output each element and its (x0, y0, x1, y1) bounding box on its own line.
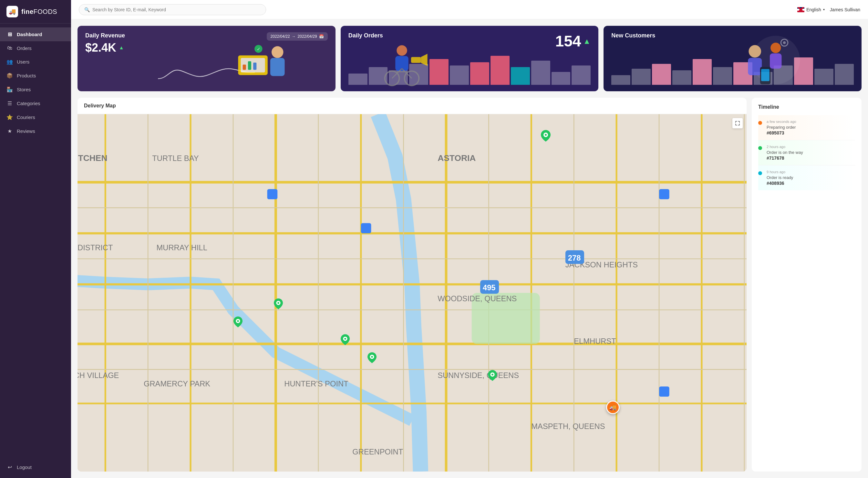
svg-rect-80 (659, 386, 670, 397)
language-selector[interactable]: English ▾ (797, 7, 825, 12)
svg-point-86 (237, 320, 239, 322)
timeline-item-0: a few seconds ago Preparing order #69507… (758, 115, 855, 140)
dashboard-icon: ⊞ (6, 31, 13, 37)
svg-point-26 (783, 41, 786, 44)
search-bar[interactable]: 🔍 (79, 4, 266, 15)
svg-text:MASPETH, QUEENS: MASPETH, QUEENS (531, 422, 605, 431)
language-label: English (806, 7, 821, 12)
map-pin-1 (541, 130, 551, 143)
users-icon: 👥 (6, 59, 13, 65)
svg-text:HUNTER'S POINT: HUNTER'S POINT (284, 380, 348, 388)
timeline-content-0: a few seconds ago Preparing order #69507… (767, 120, 855, 135)
svg-text:WOODSIDE, QUEENS: WOODSIDE, QUEENS (438, 295, 517, 303)
sidebar-logo: 🚚 fineFOODS (0, 0, 71, 24)
main-area: 🔍 English ▾ James Sullivan Daily Revenue (71, 0, 868, 478)
sidebar-item-label: Orders (17, 45, 32, 51)
svg-text:GARMENT DISTRICT: GARMENT DISTRICT (78, 243, 113, 252)
logout-icon: ↩ (6, 464, 13, 470)
search-input[interactable] (92, 7, 260, 12)
timeline-item-1: 2 hours ago Order is on the way #717678 (758, 140, 855, 166)
categories-icon: ☰ (6, 100, 13, 106)
bar (531, 61, 550, 85)
sidebar-item-logout[interactable]: ↩ Logout (0, 460, 71, 474)
map-pin-3 (234, 316, 243, 329)
sidebar-item-label: Couriers (17, 114, 35, 120)
svg-point-21 (771, 43, 781, 53)
svg-rect-77 (268, 189, 278, 199)
svg-rect-22 (770, 54, 782, 69)
svg-point-84 (277, 302, 279, 304)
calendar-icon: 📅 (319, 34, 324, 39)
timeline-dot-1 (758, 146, 762, 150)
timeline-title: Timeline (758, 104, 855, 110)
svg-rect-5 (248, 61, 251, 70)
sidebar-item-users[interactable]: 👥 Users (0, 55, 71, 69)
timeline-text-1: Order is on the way (767, 150, 855, 155)
daily-revenue-card: Daily Revenue $2.4K ▲ 2022/04/22 → 2022/… (78, 26, 336, 91)
svg-rect-6 (253, 63, 257, 70)
timeline-order-2: #408936 (767, 181, 855, 186)
stats-row: Daily Revenue $2.4K ▲ 2022/04/22 → 2022/… (78, 26, 862, 91)
header: 🔍 English ▾ James Sullivan (71, 0, 868, 19)
date-from: 2022/04/22 (271, 34, 290, 39)
sidebar-item-label: Users (17, 59, 29, 65)
svg-text:HELL'S KITCHEN: HELL'S KITCHEN (78, 153, 107, 163)
delivery-map-card: Delivery Map (78, 98, 747, 472)
map-pin-4 (341, 334, 350, 346)
customers-illustration (655, 32, 862, 91)
bar (511, 67, 530, 85)
sidebar: 🚚 fineFOODS ⊞ Dashboard 🛍 Orders 👥 Users… (0, 0, 71, 478)
orders-title: Daily Orders (348, 32, 383, 39)
svg-marker-17 (421, 54, 427, 66)
svg-text:TURTLE BAY: TURTLE BAY (152, 154, 198, 163)
sidebar-item-dashboard[interactable]: ⊞ Dashboard (0, 27, 71, 41)
svg-text:MURRAY HILL: MURRAY HILL (157, 243, 207, 252)
map-pin-6 (488, 370, 497, 382)
couriers-icon: ⭐ (6, 114, 13, 120)
sidebar-item-label: Products (17, 73, 36, 78)
reviews-icon: ★ (6, 128, 13, 134)
chevron-down-icon: ▾ (823, 8, 825, 11)
svg-text:GREENPOINT: GREENPOINT (352, 448, 403, 456)
svg-text:GRAMERCY PARK: GRAMERCY PARK (144, 380, 210, 388)
bottom-row: Delivery Map (78, 98, 862, 472)
orders-trend-icon: ▲ (583, 37, 591, 46)
svg-rect-24 (761, 69, 770, 81)
bar (611, 75, 630, 85)
revenue-illustration: ✓ (193, 39, 335, 91)
content-area: Daily Revenue $2.4K ▲ 2022/04/22 → 2022/… (71, 19, 868, 478)
timeline-content-1: 2 hours ago Order is on the way #717678 (767, 145, 855, 161)
bar (470, 62, 489, 85)
sidebar-item-products[interactable]: 📦 Products (0, 69, 71, 82)
svg-point-90 (371, 356, 373, 358)
sidebar-item-categories[interactable]: ☰ Categories (0, 96, 71, 110)
sidebar-item-label: Stores (17, 87, 31, 92)
revenue-trend-icon: ▲ (119, 45, 124, 50)
svg-rect-79 (659, 189, 670, 199)
bar (631, 69, 651, 85)
svg-rect-1 (270, 58, 285, 76)
svg-text:ASTORIA: ASTORIA (438, 153, 476, 163)
sidebar-item-couriers[interactable]: ⭐ Couriers (0, 110, 71, 124)
arrow-icon: → (292, 34, 296, 39)
sidebar-item-label: Dashboard (17, 32, 42, 37)
timeline-card: Timeline a few seconds ago Preparing ord… (752, 98, 862, 472)
fullscreen-button[interactable] (733, 118, 743, 128)
sidebar-item-stores[interactable]: 🏪 Stores (0, 82, 71, 96)
timeline-time-1: 2 hours ago (767, 145, 855, 149)
user-name: James Sullivan (830, 7, 860, 12)
timeline-text-2: Order is ready (767, 175, 855, 180)
orders-value: 154 ▲ (555, 32, 591, 50)
timeline-time-0: a few seconds ago (767, 120, 855, 124)
map-pin-delivery: 🚚 (606, 401, 620, 414)
timeline-content-2: 9 hours ago Order is ready #408936 (767, 170, 855, 186)
sidebar-item-reviews[interactable]: ★ Reviews (0, 124, 71, 138)
sidebar-item-orders[interactable]: 🛍 Orders (0, 41, 71, 55)
svg-text:GREENWICH VILLAGE: GREENWICH VILLAGE (78, 371, 119, 380)
svg-point-88 (344, 338, 346, 340)
bar (571, 66, 591, 85)
svg-text:ELMHURST: ELMHURST (574, 337, 616, 345)
bar (491, 56, 509, 85)
logo-icon: 🚚 (6, 6, 18, 18)
search-icon: 🔍 (84, 7, 90, 12)
